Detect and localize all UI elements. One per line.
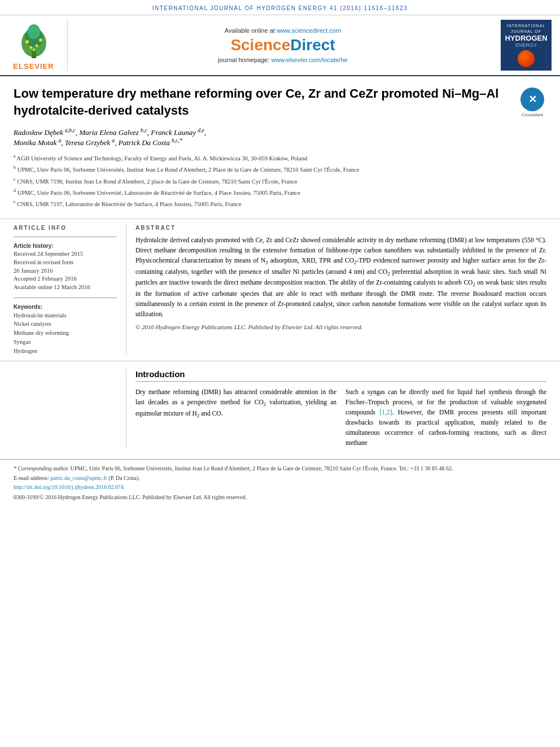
keyword-hydrogen: Hydrogen xyxy=(14,347,117,356)
journal-header-text: International Journal of Hydrogen Energy… xyxy=(152,5,408,11)
intro-right-col: Introduction Dry methane reforming (DMR)… xyxy=(126,369,546,448)
revised-date: 26 January 2016 xyxy=(14,267,117,276)
abstract-column: Abstract Hydrotalcite derived catalysts … xyxy=(126,225,546,355)
svg-point-5 xyxy=(39,38,42,42)
issn-line: 0360-3199/© 2016 Hydrogen Energy Publica… xyxy=(14,494,247,500)
email-person: (P. Da Costa). xyxy=(108,475,140,481)
abstract-label: Abstract xyxy=(135,225,546,231)
svg-point-6 xyxy=(29,46,32,49)
received-date: Received 24 September 2015 xyxy=(14,250,117,259)
affil-d: d UPMC, Univ Paris 06, Sorbonne Universi… xyxy=(14,187,513,197)
sd-logo-science: Science xyxy=(230,36,290,54)
svg-point-3 xyxy=(28,24,40,39)
hydrogen-orb-icon xyxy=(518,50,535,67)
footer-area: * Corresponding author. UPMC, Univ Paris… xyxy=(0,459,560,501)
keyword-syngas: Syngas xyxy=(14,338,117,347)
svg-point-8 xyxy=(33,49,35,51)
crossmark-badge[interactable]: ✕ CrossMark xyxy=(518,85,546,117)
intro-left-para: Dry methane reforming (DMR) has attracte… xyxy=(135,387,336,420)
author-launay: Franck Launay d,e, xyxy=(151,128,206,137)
ref-1-2[interactable]: [1,2] xyxy=(379,409,392,416)
keyword-nickel: Nickel catalysts xyxy=(14,320,117,329)
crossmark-label: CrossMark xyxy=(522,112,544,117)
svg-point-4 xyxy=(25,40,29,43)
title-section: Low temperature dry methane reforming ov… xyxy=(0,76,560,219)
affil-a: a AGH University of Science and Technolo… xyxy=(14,153,513,163)
journal-homepage-line: journal homepage: www.elsevier.com/locat… xyxy=(218,56,347,63)
abstract-text: Hydrotalcite derived catalysts promoted … xyxy=(135,235,546,319)
copyright-line: © 2016 Hydrogen Energy Publications LLC.… xyxy=(135,324,546,330)
intro-right-para: Such a syngas can be directly used for l… xyxy=(345,387,546,448)
affil-b: b UPMC, Univ Paris 06, Sorbonne Universi… xyxy=(14,164,513,174)
article-history-group: Article history: Received 24 September 2… xyxy=(14,243,117,291)
sciencedirect-logo: ScienceDirect xyxy=(230,36,335,54)
author-dacosta: Patrick Da Costa b,c,* xyxy=(119,138,182,147)
author-motak: Monika Motak a, xyxy=(14,138,65,147)
journal-homepage-url[interactable]: www.elsevier.com/locate/he xyxy=(272,56,348,63)
available-online-text: Available online at www.sciencedirect.co… xyxy=(225,27,341,34)
introduction-title: Introduction xyxy=(135,369,546,382)
intro-two-col: Dry methane reforming (DMR) has attracte… xyxy=(135,387,546,448)
available-date: Available online 12 March 2016 xyxy=(14,283,117,292)
keyword-methane-reforming: Methane dry reforming xyxy=(14,329,117,338)
sd-logo-direct: Direct xyxy=(290,36,335,54)
revised-label: Received in revised form xyxy=(14,259,117,267)
email-label: E-mail address: xyxy=(14,475,49,481)
accepted-date: Accepted 2 February 2016 xyxy=(14,275,117,283)
affil-c: c CNRS, UMR 7190, Institut Jean Le Rond … xyxy=(14,176,513,186)
svg-point-7 xyxy=(35,45,38,47)
introduction-section: Introduction Dry methane reforming (DMR)… xyxy=(0,361,560,453)
article-info-label: Article Info xyxy=(14,225,117,231)
article-history-label: Article history: xyxy=(14,243,117,249)
intro-left-col xyxy=(14,369,126,448)
footer-email-line: E-mail address: patric.da_costa@upmc.fr … xyxy=(14,475,546,481)
keywords-divider xyxy=(14,298,117,298)
intro-col-left: Dry methane reforming (DMR) has attracte… xyxy=(135,387,336,448)
info-divider xyxy=(14,237,117,237)
elsevier-logo: ELSEVIER xyxy=(6,20,68,71)
page-header: ELSEVIER Available online at www.science… xyxy=(0,15,560,76)
hydrogen-energy-logo: International Journal of HYDROGEN ENERGY xyxy=(498,20,554,71)
doi-link[interactable]: http://dx.doi.org/10.1016/j.ijhydene.201… xyxy=(14,484,124,490)
article-info-column: Article Info Article history: Received 2… xyxy=(14,225,126,355)
authors-line: Radosław Dębek a,b,c, Maria Elena Galvez… xyxy=(14,126,513,147)
keywords-group: Keywords: Hydrotalcite materials Nickel … xyxy=(14,304,117,356)
title-block: Low temperature dry methane reforming ov… xyxy=(14,85,513,212)
journal-header-bar: International Journal of Hydrogen Energy… xyxy=(0,0,560,15)
sciencedirect-block: Available online at www.sciencedirect.co… xyxy=(73,20,492,71)
elsevier-tree-icon xyxy=(11,20,56,60)
intro-col-right: Such a syngas can be directly used for l… xyxy=(345,387,546,448)
author-galvez: Maria Elena Galvez b,c, xyxy=(79,128,151,137)
article-title: Low temperature dry methane reforming ov… xyxy=(14,85,513,119)
author-email-link[interactable]: patric.da_costa@upmc.fr xyxy=(50,475,107,481)
keyword-hydrotalcite: Hydrotalcite materials xyxy=(14,311,117,320)
crossmark-circle-icon: ✕ xyxy=(520,88,544,111)
affil-e: e CNRS, UMR 7197, Laboratoire de Réactiv… xyxy=(14,199,513,208)
article-info-abstract-section: Article Info Article history: Received 2… xyxy=(0,219,560,361)
sciencedirect-url[interactable]: www.sciencedirect.com xyxy=(277,27,341,34)
hydrogen-subtitle: ENERGY xyxy=(515,42,537,48)
hydrogen-main-title: HYDROGEN xyxy=(505,34,547,42)
author-grzybek: Teresa Grzybek a, xyxy=(65,138,119,147)
affiliations-block: a AGH University of Science and Technolo… xyxy=(14,153,513,208)
hydrogen-intl-text: International Journal of xyxy=(502,23,550,33)
keywords-label: Keywords: xyxy=(14,304,117,310)
hydrogen-logo-box: International Journal of HYDROGEN ENERGY xyxy=(501,20,552,71)
elsevier-label: ELSEVIER xyxy=(13,62,54,71)
corresponding-author-note: * Corresponding author. UPMC, Univ Paris… xyxy=(14,464,546,473)
author-debek: Radosław Dębek a,b,c, xyxy=(14,128,79,137)
